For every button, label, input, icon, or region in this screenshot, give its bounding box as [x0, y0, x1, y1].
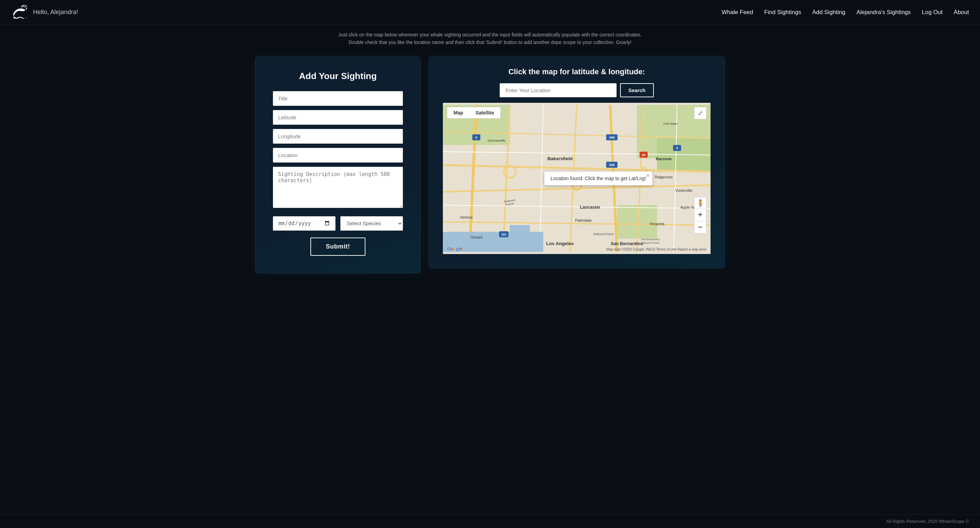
- footer: All Rights Reserved, 2020 WhaleScope ©: [0, 514, 980, 528]
- description-textarea[interactable]: [273, 167, 403, 208]
- map-zoom-controls: + −: [694, 209, 706, 233]
- svg-text:395: 395: [609, 163, 615, 167]
- pegman-icon: 🧍: [696, 199, 705, 207]
- zoom-out-button[interactable]: −: [694, 221, 706, 233]
- submit-button[interactable]: Submit!: [310, 238, 366, 256]
- nav-item-about[interactable]: About: [954, 9, 969, 16]
- map-panel: Click the map for latitude & longitude: …: [429, 57, 725, 268]
- svg-text:San Bernardino: San Bernardino: [641, 238, 660, 241]
- nav-item-whale-feed[interactable]: Whale Feed: [722, 9, 753, 16]
- svg-text:Oxnard: Oxnard: [470, 235, 482, 239]
- svg-text:National Forest: National Forest: [641, 241, 660, 244]
- zoom-in-button[interactable]: +: [694, 209, 706, 221]
- svg-text:Ridgecrest: Ridgecrest: [655, 175, 672, 179]
- nav-greeting: Hello, Alejandra!: [33, 9, 78, 16]
- map-attribution: Map data ©2020 Google, INEGI Terms of Us…: [606, 247, 706, 251]
- pegman-button[interactable]: 🧍: [694, 197, 706, 209]
- nav-links: Whale Feed Find Sightings Add Sighting A…: [722, 9, 969, 16]
- longitude-input[interactable]: [273, 129, 403, 144]
- popup-text: Location found. Click the map to get Lat…: [550, 176, 646, 181]
- svg-rect-22: [510, 225, 530, 252]
- footer-text: All Rights Reserved, 2020 WhaleScope ©: [886, 519, 969, 524]
- logo-area: Hello, Alejandra!: [11, 3, 78, 21]
- date-input[interactable]: [273, 216, 336, 231]
- svg-text:Los Angeles: Los Angeles: [546, 241, 574, 246]
- nav-item-my-sightings[interactable]: Alejandra's Sightings: [856, 9, 911, 16]
- map-location-popup: Location found. Click the map to get Lat…: [544, 171, 652, 185]
- subtitle-line1: Just click on the map below wherever you…: [14, 31, 966, 38]
- svg-text:National Forest: National Forest: [593, 232, 614, 236]
- map-search-row: Search: [443, 83, 711, 97]
- fullscreen-icon: ⤢: [698, 109, 703, 117]
- svg-text:Ventura: Ventura: [460, 215, 473, 219]
- location-search-input[interactable]: [500, 83, 617, 97]
- popup-close-button[interactable]: ×: [646, 173, 649, 178]
- svg-text:Lancaster: Lancaster: [580, 205, 600, 209]
- svg-text:101: 101: [501, 233, 506, 236]
- map-panel-title: Click the map for latitude & longitude:: [443, 67, 711, 76]
- svg-text:5: 5: [676, 146, 678, 150]
- map-tabs: Map Satellite: [447, 107, 501, 119]
- svg-text:Victorville: Victorville: [675, 188, 692, 192]
- svg-text:40: 40: [642, 153, 646, 157]
- svg-text:Gormanville: Gormanville: [488, 138, 506, 142]
- google-logo: Google: [447, 246, 463, 251]
- location-input[interactable]: [273, 148, 403, 163]
- nav-item-add-sighting[interactable]: Add Sighting: [812, 9, 845, 16]
- main-content: Add Your Sighting Select Species Blue Wh…: [0, 50, 980, 514]
- add-sighting-form-panel: Add Your Sighting Select Species Blue Wh…: [255, 57, 420, 273]
- form-bottom-row: Select Species Blue Whale Humpback Whale…: [273, 216, 403, 231]
- svg-text:San Bernardino: San Bernardino: [611, 241, 643, 246]
- svg-text:Barstow: Barstow: [656, 156, 672, 160]
- map-tab-satellite[interactable]: Satellite: [469, 107, 500, 118]
- latitude-input[interactable]: [273, 110, 403, 125]
- svg-text:Palmdale: Palmdale: [575, 218, 592, 222]
- svg-text:Hesperia: Hesperia: [650, 222, 665, 226]
- subtitle-bar: Just click on the map below wherever you…: [0, 25, 980, 50]
- nav-item-find-sightings[interactable]: Find Sightings: [764, 9, 802, 16]
- map-tab-map[interactable]: Map: [447, 107, 469, 118]
- svg-text:Bakersfield: Bakersfield: [547, 156, 573, 161]
- subtitle-line2: Double check that you like the location …: [14, 38, 966, 46]
- map-container[interactable]: 5 395 395 40 5 Bakersfield Lancaster Pal…: [443, 103, 711, 254]
- fullscreen-button[interactable]: ⤢: [694, 107, 706, 119]
- navbar: Hello, Alejandra! Whale Feed Find Sighti…: [0, 0, 980, 25]
- svg-text:Fort Irwin: Fort Irwin: [663, 122, 678, 125]
- svg-text:395: 395: [609, 135, 615, 139]
- nav-item-logout[interactable]: Log Out: [922, 9, 943, 16]
- search-button[interactable]: Search: [620, 83, 654, 97]
- form-title: Add Your Sighting: [273, 71, 403, 81]
- svg-text:5: 5: [476, 135, 477, 139]
- title-input[interactable]: [273, 91, 403, 106]
- whale-logo-icon: [11, 3, 29, 21]
- species-select[interactable]: Select Species Blue Whale Humpback Whale…: [340, 216, 403, 231]
